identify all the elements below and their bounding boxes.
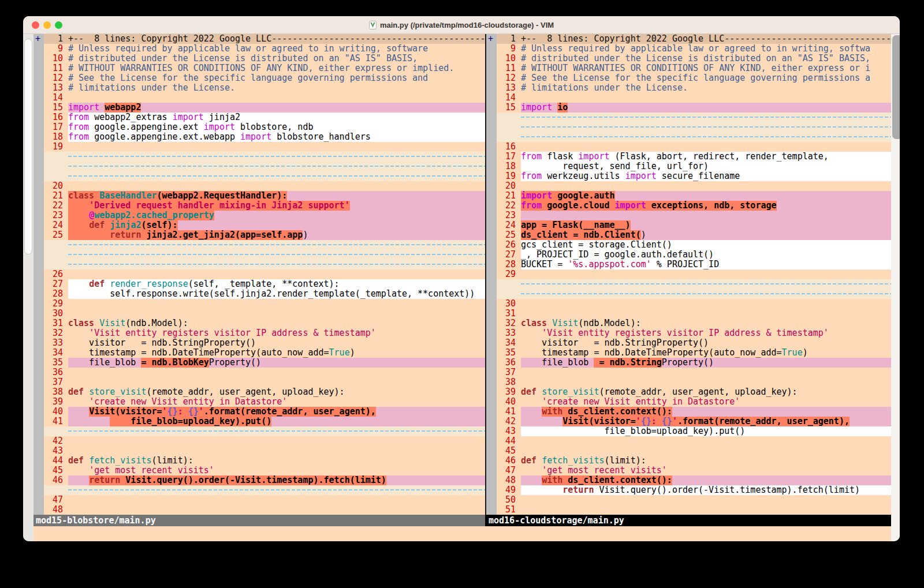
code-line: 11# WITHOUT WARRANTIES OR CONDITIONS OF … bbox=[486, 63, 891, 73]
line-number bbox=[497, 279, 521, 289]
code-line: 17from google.appengine.ext import blobs… bbox=[33, 122, 485, 132]
code-text: from google.cloud import exceptions, ndb… bbox=[521, 201, 891, 211]
scrollbar-left[interactable] bbox=[23, 34, 33, 541]
fold-column bbox=[33, 162, 44, 171]
diff-filler-line bbox=[33, 250, 485, 260]
fold-column bbox=[33, 44, 44, 54]
editor-pane-right[interactable]: +1+-- 8 lines: Copyright 2022 Google LLC… bbox=[486, 34, 891, 515]
diff-filler-line bbox=[33, 152, 485, 162]
code-text: import google.auth bbox=[521, 191, 891, 201]
line-number: 45 bbox=[44, 466, 68, 475]
code-line: 18 request, send_file, url_for) bbox=[486, 162, 891, 171]
line-number: 47 bbox=[497, 466, 521, 475]
fold-column bbox=[486, 505, 497, 515]
code-text: from flask import (Flask, abort, redirec… bbox=[521, 152, 891, 162]
code-line: +1+-- 8 lines: Copyright 2022 Google LLC… bbox=[33, 34, 485, 44]
code-line: 26gcs_client = storage.Client() bbox=[486, 240, 891, 250]
code-text bbox=[521, 93, 891, 103]
line-number: 34 bbox=[497, 338, 521, 348]
code-line: 23 bbox=[486, 211, 891, 220]
zoom-button[interactable] bbox=[55, 21, 62, 29]
code-text: # limitations under the License. bbox=[521, 83, 891, 93]
line-number: 20 bbox=[44, 181, 68, 191]
code-line: 30 bbox=[486, 299, 891, 309]
line-number: 41 bbox=[44, 417, 68, 426]
fold-column bbox=[486, 103, 497, 113]
line-number: 37 bbox=[44, 377, 68, 387]
diff-filler-line bbox=[33, 485, 485, 495]
line-number: 9 bbox=[44, 44, 68, 54]
line-number: 33 bbox=[44, 338, 68, 348]
fold-column bbox=[486, 387, 497, 397]
code-text: def store_visit(remote_addr, user_agent,… bbox=[68, 387, 485, 397]
code-line: 51 bbox=[486, 505, 891, 515]
code-text: class BaseHandler(webapp2.RequestHandler… bbox=[68, 191, 485, 201]
close-button[interactable] bbox=[32, 21, 39, 29]
code-line: 46def fetch_visits(limit): bbox=[486, 456, 891, 466]
filler-dashes bbox=[68, 260, 485, 269]
code-text: class Visit(ndb.Model): bbox=[68, 319, 485, 328]
editor-pane-left[interactable]: +1+-- 8 lines: Copyright 2022 Google LLC… bbox=[33, 34, 485, 515]
fold-column bbox=[33, 436, 44, 446]
code-text: app = Flask(__name__) bbox=[521, 220, 891, 230]
scrollbar-thumb-right[interactable] bbox=[892, 35, 900, 139]
fold-column bbox=[33, 348, 44, 358]
scrollbar-right[interactable] bbox=[891, 34, 900, 541]
fold-column bbox=[486, 132, 497, 142]
code-text bbox=[68, 299, 485, 309]
scrollbar-thumb-left[interactable] bbox=[24, 39, 32, 254]
fold-column bbox=[33, 358, 44, 368]
code-line: 11# WITHOUT WARRANTIES OR CONDITIONS OF … bbox=[33, 63, 485, 73]
line-number: 39 bbox=[497, 387, 521, 397]
code-text bbox=[68, 142, 485, 152]
fold-column bbox=[486, 485, 497, 495]
fold-column bbox=[33, 299, 44, 309]
code-text bbox=[521, 309, 891, 319]
code-text: return Visit.query().order(-Visit.timest… bbox=[521, 485, 891, 495]
fold-plus-indicator[interactable]: + bbox=[486, 34, 497, 44]
code-text: from google.appengine.ext.webapp import … bbox=[68, 132, 485, 142]
fold-column bbox=[33, 201, 44, 211]
code-line: 37 bbox=[33, 377, 485, 387]
line-number bbox=[44, 171, 68, 181]
code-line: 40 Visit(visitor='{}: {}'.format(remote_… bbox=[33, 407, 485, 417]
diff-filler-line bbox=[33, 240, 485, 250]
fold-column bbox=[486, 83, 497, 93]
line-number: 42 bbox=[44, 436, 68, 446]
fold-column bbox=[486, 279, 497, 289]
diff-filler-line bbox=[33, 260, 485, 269]
filler-dashes bbox=[68, 250, 485, 260]
code-line: 33 'Visit entity registers visitor IP ad… bbox=[486, 328, 891, 338]
code-text bbox=[68, 505, 485, 515]
line-number: 39 bbox=[44, 397, 68, 407]
line-number: 43 bbox=[44, 446, 68, 456]
line-number: 44 bbox=[497, 436, 521, 446]
fold-column bbox=[486, 142, 497, 152]
line-number: 40 bbox=[44, 407, 68, 417]
filler-dashes bbox=[68, 162, 485, 171]
code-line: 30 bbox=[33, 309, 485, 319]
code-text: import io bbox=[521, 103, 891, 113]
minimize-button[interactable] bbox=[43, 21, 51, 29]
line-number: 25 bbox=[497, 230, 521, 240]
fold-column bbox=[33, 93, 44, 103]
code-line: 14 bbox=[486, 93, 891, 103]
fold-plus-indicator[interactable]: + bbox=[33, 34, 44, 44]
code-line: 31class Visit(ndb.Model): bbox=[33, 319, 485, 328]
fold-column bbox=[486, 73, 497, 83]
code-line: 37 bbox=[486, 368, 891, 377]
code-text: _, PROJECT_ID = google.auth.default() bbox=[521, 250, 891, 260]
code-text: return Visit.query().order(-Visit.timest… bbox=[68, 475, 485, 485]
line-number: 43 bbox=[497, 426, 521, 436]
code-line: 15import io bbox=[486, 103, 891, 113]
code-text bbox=[521, 505, 891, 515]
line-number: 22 bbox=[497, 201, 521, 211]
fold-column bbox=[33, 279, 44, 289]
line-number: 33 bbox=[497, 328, 521, 338]
line-number: 17 bbox=[44, 122, 68, 132]
filler-dashes bbox=[68, 152, 485, 162]
line-number: 23 bbox=[44, 211, 68, 220]
code-line: 10# distributed under the License is dis… bbox=[486, 54, 891, 63]
code-line: 44 bbox=[486, 436, 891, 446]
line-number: 16 bbox=[497, 142, 521, 152]
